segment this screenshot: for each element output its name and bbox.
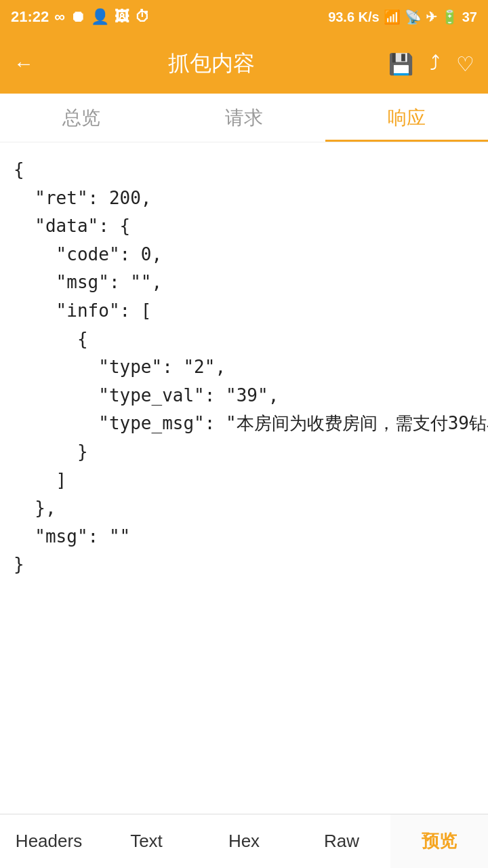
tabs: 总览 请求 响应 <box>0 94 488 142</box>
wifi-icon: 📡 <box>405 9 422 25</box>
back-button[interactable]: ← <box>14 52 34 75</box>
content-area: { "ret": 200, "data": { "code": 0, "msg"… <box>0 142 488 821</box>
record-icon: ⏺ <box>70 8 85 26</box>
bottom-nav-headers[interactable]: Headers <box>0 814 98 868</box>
status-bar: 21:22 ∞ ⏺ 👤 🖼 ⏱ 93.6 K/s 📶 📡 ✈ 🔋 37 <box>0 0 488 34</box>
bottom-nav-hex[interactable]: Hex <box>195 814 293 868</box>
status-left: 21:22 ∞ ⏺ 👤 🖼 ⏱ <box>11 8 150 26</box>
json-display: { "ret": 200, "data": { "code": 0, "msg"… <box>14 156 474 579</box>
infinity-icon: ∞ <box>54 8 65 26</box>
sim-icon: 📶 <box>384 9 401 25</box>
share-button[interactable]: ⤴ <box>430 52 440 75</box>
tab-response[interactable]: 响应 <box>325 94 488 142</box>
network-speed: 93.6 K/s <box>328 9 380 25</box>
save-button[interactable]: 💾 <box>388 52 413 76</box>
bottom-nav-text[interactable]: Text <box>98 814 195 868</box>
airplane-icon: ✈ <box>426 9 437 25</box>
bottom-nav-preview[interactable]: 预览 <box>390 814 488 868</box>
bottom-nav: Headers Text Hex Raw 预览 <box>0 814 488 868</box>
battery-icon: 🔋 <box>441 9 458 25</box>
clock-icon: ⏱ <box>135 8 150 26</box>
person-icon: 👤 <box>91 8 109 26</box>
tab-request[interactable]: 请求 <box>163 94 325 142</box>
app-bar: ← 抓包内容 💾 ⤴ ♡ <box>0 34 488 94</box>
app-bar-actions: 💾 ⤴ ♡ <box>388 52 474 76</box>
tab-overview[interactable]: 总览 <box>0 94 163 142</box>
status-right: 93.6 K/s 📶 📡 ✈ 🔋 37 <box>328 9 477 25</box>
time: 21:22 <box>11 8 49 26</box>
battery-level: 37 <box>462 9 477 25</box>
favorite-button[interactable]: ♡ <box>456 52 474 76</box>
bottom-nav-raw[interactable]: Raw <box>293 814 390 868</box>
app-bar-title: 抓包内容 <box>47 49 375 79</box>
image-icon: 🖼 <box>115 8 129 26</box>
